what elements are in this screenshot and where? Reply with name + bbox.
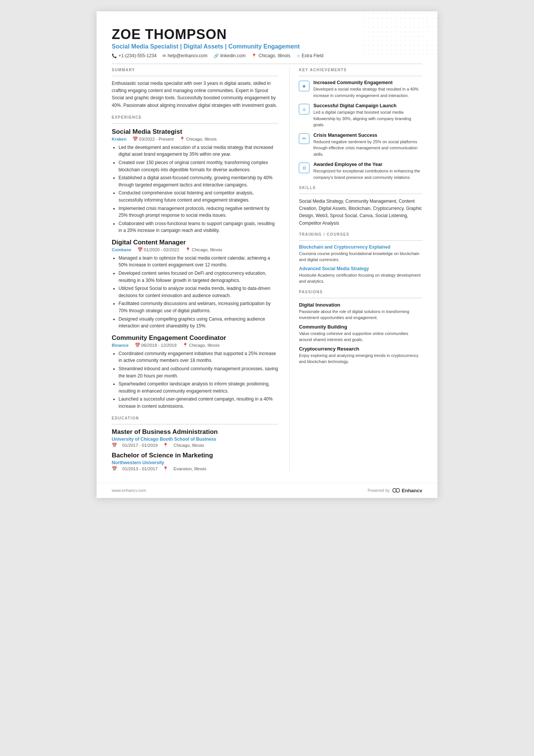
achievements-label: KEY ACHIEVEMENTS [299,68,422,72]
pin-icon-0: 📍 [180,136,185,142]
passion-desc-2: Enjoy exploring and analyzing emerging t… [299,352,422,365]
education-label: EDUCATION [112,416,278,420]
skills-label: SKILLS [299,186,422,190]
bullet-item: Conducted comprehensive social listening… [119,189,278,203]
main-content: SUMMARY Enthusiastic social media specia… [112,68,422,471]
website-value: linkedin.com [220,53,246,58]
calendar-icon-2: 📅 [135,343,140,348]
achievement-title-0: Increased Community Engagement [313,80,422,85]
header-divider [112,64,422,64]
bullet-item: Utilized Sprout Social to analyze social… [119,285,278,299]
passion-title-1: Community Building [299,324,422,330]
skills-text: Social Media Strategy, Community Managem… [299,198,422,227]
job-meta-0: Kraken 📅 03/2022 - Present 📍 Chicago, Il… [112,136,278,142]
summary-divider [112,76,278,76]
footer-url: www.enhancv.com [112,488,146,493]
bullet-item: Implemented crisis management protocols,… [119,205,278,219]
extra-contact: ☆ Extra Field [297,53,323,58]
job-title-0: Social Media Strategist [112,128,278,136]
job-company-1: Coinbase [112,247,131,252]
bullet-item: Spearheaded competitor landscape analysi… [119,380,278,394]
bullet-item: Established a digital asset-focused comm… [119,174,278,188]
summary-text: Enthusiastic social media specialist wit… [112,80,278,109]
bullet-item: Launched a successful user-generated con… [119,396,278,410]
achievement-desc-3: Recognized for exceptional contributions… [313,168,422,180]
edu-meta-0: 📅 01/2017 - 01/2019 📍 Chicago, Illinois [112,443,278,448]
bullet-item: Designed visually compelling graphics us… [119,316,278,330]
achievement-title-3: Awarded Employee of the Year [313,162,422,167]
achievement-desc-2: Reduced negative sentiment by 25% on soc… [313,139,422,158]
job-bullets-1: Managed a team to optimize the social me… [112,255,278,330]
bullet-item: Coordinated community engagement initiat… [119,350,278,364]
training-label: TRAINING / COURSES [299,232,422,236]
star-icon: ☆ [297,53,300,58]
job-dates-2: 📅 06/2018 - 12/2019 [135,343,176,348]
location-icon: 📍 [251,53,257,58]
pin-icon-1: 📍 [185,247,190,252]
decorative-dots [362,11,437,57]
bullet-item: Led the development and execution of a s… [119,144,278,158]
passion-title-0: Digital Innovation [299,302,422,308]
phone-contact: 📞 +1-(234)-555-1234 [112,53,156,58]
footer-powered: Powered by Enhancv [368,488,422,493]
bullet-item: Created over 150 pieces of original cont… [119,159,278,173]
education-divider [112,424,278,424]
achievement-icon-0: ★ [299,81,309,91]
passion-desc-1: Value creating cohesive and supportive o… [299,330,422,343]
achievement-item-0: ★ Increased Community Engagement Develop… [299,80,422,99]
job-dates-0: 📅 03/2022 - Present [133,136,173,142]
course-desc-1: Hootsuite Academy certification focusing… [299,272,422,285]
resume-page: ZOE THOMPSON Social Media Specialist | D… [97,11,437,498]
job-title-2: Community Engagement Coordinator [112,334,278,342]
experience-label: EXPERIENCE [112,115,278,119]
job-dates-1: 📅 01/2020 - 02/2022 [137,247,179,252]
passions-label: PASSIONS [299,290,422,294]
website-contact: 🔗 linkedin.com [214,53,246,58]
edu-dates-0: 01/2017 - 01/2019 [122,443,158,448]
phone-icon: 📞 [112,53,117,58]
summary-label: SUMMARY [112,68,278,72]
course-title-1: Advanced Social Media Strategy [299,266,422,271]
bullet-item: Developed content series focused on DeFi… [119,270,278,284]
logo-svg [392,488,400,493]
course-desc-0: Coursera course providing foundational k… [299,250,422,263]
job-title-1: Digital Content Manager [112,239,278,246]
job-company-2: Binance [112,343,129,347]
achievement-icon-2: ✏ [299,133,309,144]
achievement-desc-1: Led a digital campaign that boosted soci… [313,109,422,128]
edu-school-0: University of Chicago Booth School of Bu… [112,437,278,442]
bullet-item: Collaborated with cross-functional teams… [119,220,278,234]
email-contact: ✉ help@enhancv.com [162,53,207,58]
achievement-title-2: Crisis Management Success [313,133,422,138]
pin-icon-2: 📍 [183,343,188,348]
right-column: KEY ACHIEVEMENTS ★ Increased Community E… [289,68,422,471]
achievement-desc-0: Developed a social media strategy that r… [313,86,422,99]
edu-meta-1: 📅 01/2013 - 01/2017 📍 Evanston, Illinois [112,466,278,471]
job-location-2: 📍 Chicago, Illinois [183,343,220,348]
edu-school-1: Northwestern University [112,460,278,465]
course-title-0: Blockchain and Cryptocurrency Explained [299,244,422,250]
edu-degree-1: Bachelor of Science in Marketing [112,452,278,459]
achievement-content-3: Awarded Employee of the Year Recognized … [313,162,422,180]
edu-location-1: Evanston, Illinois [173,466,206,471]
edu-location-0: Chicago, Illinois [173,443,204,448]
email-icon: ✉ [162,53,166,58]
location-value: Chicago, Illinois [258,53,290,58]
job-meta-1: Coinbase 📅 01/2020 - 02/2022 📍 Chicago, … [112,247,278,252]
passion-title-2: Cryptocurrency Research [299,346,422,352]
calendar-icon-0: 📅 [133,136,138,142]
link-icon: 🔗 [214,53,219,58]
page-footer: www.enhancv.com Powered by Enhancv [97,483,437,498]
enhancv-logo: Enhancv [392,488,422,493]
brand-name: Enhancv [402,488,422,493]
passion-desc-0: Passionate about the role of digital sol… [299,308,422,321]
extra-value: Extra Field [302,53,323,58]
bullet-item: Streamlined inbound and outbound communi… [119,365,278,379]
experience-divider [112,123,278,124]
job-company-0: Kraken [112,137,126,141]
skills-divider [299,194,422,194]
job-meta-2: Binance 📅 06/2018 - 12/2019 📍 Chicago, I… [112,343,278,348]
left-column: SUMMARY Enthusiastic social media specia… [112,68,278,471]
achievement-item-2: ✏ Crisis Management Success Reduced nega… [299,133,422,158]
phone-value: +1-(234)-555-1234 [119,53,156,58]
